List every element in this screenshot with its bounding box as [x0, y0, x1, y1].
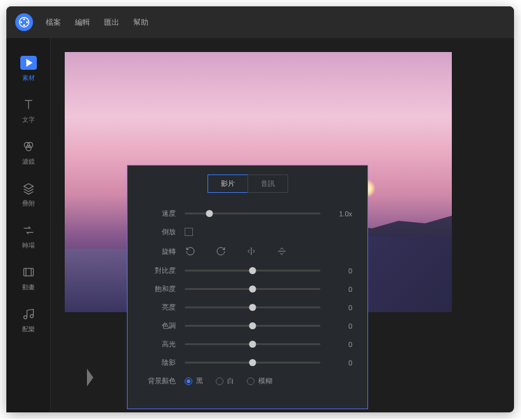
label-saturation: 飽和度	[143, 284, 176, 294]
sidebar-item-text[interactable]: 文字	[6, 90, 50, 132]
sidebar-label: 轉場	[22, 241, 35, 250]
slider-highlight[interactable]	[185, 343, 320, 345]
rotate-cw-button[interactable]	[215, 246, 227, 257]
slider-contrast[interactable]	[185, 270, 320, 272]
svg-point-2	[26, 22, 28, 23]
panel-tabs: 影片 音訊	[128, 174, 367, 193]
svg-point-7	[25, 145, 30, 150]
row-bgcolor: 背景顏色 黑 白 模糊	[128, 372, 367, 390]
text-icon	[22, 98, 35, 111]
menu-file[interactable]: 檔案	[46, 17, 61, 28]
menu-export[interactable]: 匯出	[104, 17, 119, 28]
radio-bgcolor-black[interactable]: 黑	[185, 376, 203, 386]
sidebar-label: 疊附	[22, 199, 35, 208]
rotate-ccw-icon	[185, 246, 195, 256]
menu-help[interactable]: 幫助	[133, 17, 148, 28]
transition-icon	[22, 224, 35, 237]
sidebar-item-media[interactable]: 素材	[6, 48, 50, 90]
menu-edit[interactable]: 編輯	[75, 17, 90, 28]
label-reverse: 倒放	[143, 227, 176, 237]
sidebar-item-music[interactable]: 配樂	[6, 299, 50, 341]
value-brightness: 0	[329, 304, 352, 312]
value-highlight: 0	[329, 341, 352, 348]
value-hue: 0	[329, 322, 352, 330]
animation-icon	[22, 266, 35, 279]
label-shadow: 陰影	[143, 358, 176, 367]
play-icon	[23, 56, 34, 69]
video-properties-panel: 影片 音訊 速度 1.0x 倒放 旋轉 對比度 0 飽和度 0 亮度 0 色調	[127, 165, 368, 409]
label-highlight: 高光	[143, 339, 176, 349]
rotate-ccw-button[interactable]	[185, 246, 196, 257]
label-hue: 色調	[143, 321, 176, 331]
sidebar-item-transition[interactable]: 轉場	[6, 216, 50, 258]
row-hue: 色調 0	[128, 317, 367, 335]
label-brightness: 亮度	[143, 303, 176, 312]
tab-video[interactable]: 影片	[208, 174, 247, 193]
svg-rect-8	[23, 268, 33, 276]
app-logo	[15, 13, 33, 31]
radio-bgcolor-white[interactable]: 白	[216, 376, 234, 386]
row-brightness: 亮度 0	[128, 298, 367, 317]
sidebar-item-filter[interactable]: 濾鏡	[6, 132, 50, 174]
slider-brightness[interactable]	[185, 306, 320, 308]
slider-speed[interactable]	[185, 213, 320, 214]
rotate-cw-icon	[216, 246, 226, 256]
play-button[interactable]	[87, 369, 93, 386]
music-icon	[22, 308, 35, 320]
row-contrast: 對比度 0	[128, 261, 367, 280]
slider-saturation[interactable]	[185, 288, 320, 290]
svg-point-9	[23, 316, 27, 319]
sidebar-item-animation[interactable]: 動畫	[6, 258, 50, 299]
row-speed: 速度 1.0x	[128, 204, 367, 223]
sidebar-label: 動畫	[22, 283, 35, 292]
flip-h-icon	[246, 246, 256, 256]
flip-horizontal-button[interactable]	[246, 246, 257, 257]
flip-v-icon	[277, 246, 287, 256]
svg-point-4	[20, 22, 22, 23]
row-reverse: 倒放	[128, 223, 367, 241]
svg-point-6	[27, 142, 32, 147]
label-bgcolor: 背景顏色	[143, 376, 176, 386]
svg-point-10	[30, 315, 33, 318]
label-speed: 速度	[143, 209, 176, 218]
checkbox-reverse[interactable]	[185, 228, 193, 236]
sidebar-label: 文字	[22, 115, 35, 124]
titlebar: 檔案 編輯 匯出 幫助	[6, 6, 514, 38]
row-highlight: 高光 0	[128, 335, 367, 353]
sidebar-label: 濾鏡	[22, 157, 35, 166]
row-rotate: 旋轉	[128, 241, 367, 261]
sidebar-label: 配樂	[22, 325, 35, 334]
value-speed: 1.0x	[329, 210, 352, 218]
value-contrast: 0	[329, 267, 352, 275]
sidebar: 素材 文字 濾鏡 疊附 轉場 動畫	[6, 38, 51, 412]
radio-bgcolor-blur[interactable]: 模糊	[247, 376, 272, 386]
slider-hue[interactable]	[185, 325, 320, 327]
label-rotate: 旋轉	[143, 247, 176, 256]
flip-vertical-button[interactable]	[276, 246, 287, 257]
slider-shadow[interactable]	[185, 362, 320, 364]
layers-icon	[22, 182, 35, 195]
filter-icon	[22, 140, 35, 153]
tab-audio[interactable]: 音訊	[247, 174, 288, 193]
svg-point-3	[23, 24, 25, 26]
value-saturation: 0	[329, 285, 352, 293]
svg-point-1	[23, 18, 25, 20]
label-contrast: 對比度	[143, 266, 176, 275]
sidebar-label: 素材	[22, 74, 35, 82]
row-saturation: 飽和度 0	[128, 280, 367, 298]
main-menu: 檔案 編輯 匯出 幫助	[46, 17, 148, 28]
sidebar-item-overlay[interactable]: 疊附	[6, 174, 50, 216]
film-reel-icon	[18, 16, 30, 28]
row-shadow: 陰影 0	[128, 353, 367, 372]
value-shadow: 0	[329, 359, 352, 367]
